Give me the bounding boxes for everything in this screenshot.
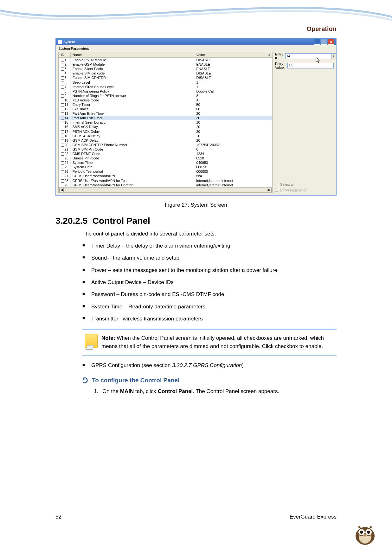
col-value[interactable]: Value ▲ <box>194 52 272 58</box>
row-name: Enable SIM pin code <box>70 71 194 75</box>
table-row[interactable]: 19GSM ACK Delay20 <box>59 138 272 143</box>
row-checkbox[interactable] <box>61 130 64 133</box>
row-checkbox[interactable] <box>61 72 64 75</box>
show-description-checkbox[interactable]: Show Description <box>275 188 334 192</box>
close-button[interactable]: × <box>328 39 334 45</box>
row-checkbox[interactable] <box>61 126 64 129</box>
row-checkbox[interactable] <box>61 121 64 124</box>
row-checkbox[interactable] <box>61 166 64 169</box>
table-row[interactable]: 6Beep Level1 <box>59 80 272 84</box>
row-checkbox[interactable] <box>61 103 64 106</box>
row-checkbox[interactable] <box>61 99 64 102</box>
row-value: 60 <box>194 107 272 111</box>
table-row[interactable]: 20GSM SIM CENTER Phone Number+9725412003… <box>59 143 272 147</box>
table-row[interactable]: 29GPRS User/Password/APN for Comfortinte… <box>59 183 272 187</box>
row-value: DISABLE <box>194 58 272 62</box>
col-name[interactable]: Name <box>70 52 194 58</box>
row-name: SMS ACK Delay <box>70 125 194 129</box>
window-titlebar[interactable]: System – □ × <box>56 38 336 45</box>
row-name: GSM SIM CENTER Phone Number <box>70 143 194 147</box>
row-checkbox[interactable] <box>61 68 64 71</box>
row-value: internet,internet,internet <box>194 178 272 183</box>
entry-id-combo[interactable] <box>285 53 331 59</box>
row-checkbox[interactable] <box>61 81 64 84</box>
row-name: System Date <box>70 165 194 169</box>
row-checkbox[interactable] <box>61 184 64 187</box>
table-row[interactable]: 14Part Arm Exit Timer30 <box>59 116 272 120</box>
row-checkbox[interactable] <box>61 90 64 93</box>
table-row[interactable]: 5Enable SIM CENTERDISABLE <box>59 75 272 80</box>
table-row[interactable]: 16SMS ACK Delay20 <box>59 125 272 129</box>
row-checkbox[interactable] <box>61 179 64 183</box>
table-row[interactable]: 18GPRS ACK Delay20 <box>59 134 272 138</box>
row-checkbox[interactable] <box>61 76 64 80</box>
svg-point-4 <box>360 531 363 534</box>
row-checkbox[interactable] <box>61 63 64 66</box>
scroll-right-icon[interactable]: ▶ <box>267 188 272 192</box>
table-row[interactable]: 4Enable SIM pin codeDISABLE <box>59 71 272 75</box>
row-checkbox[interactable] <box>61 94 64 98</box>
row-value: +97254120032 <box>194 143 272 147</box>
table-row[interactable]: 2Enable GSM ModuleENABLE <box>59 62 272 67</box>
row-checkbox[interactable] <box>61 117 64 120</box>
table-row[interactable]: 25System Date080731 <box>59 165 272 169</box>
row-checkbox[interactable] <box>61 161 64 165</box>
row-name: PSTN ACK Delay <box>70 129 194 134</box>
row-checkbox[interactable] <box>61 170 64 173</box>
table-row[interactable]: 27GPRS User/Password/APNN/A <box>59 174 272 178</box>
svg-point-5 <box>367 531 370 534</box>
table-row[interactable]: 10X10 House CodeA <box>59 98 272 102</box>
table-row[interactable]: 17PSTN ACK Delay20 <box>59 129 272 134</box>
row-checkbox[interactable] <box>61 157 64 160</box>
horizontal-scrollbar[interactable]: ◀ ▶ <box>59 187 272 192</box>
table-row[interactable]: 26Periodic Test period000000 <box>59 169 272 174</box>
select-all-checkbox[interactable]: Select all <box>275 183 334 186</box>
row-checkbox[interactable] <box>61 59 64 62</box>
row-value: ENABLE <box>194 62 272 67</box>
row-checkbox[interactable] <box>61 148 64 151</box>
maximize-button[interactable]: □ <box>321 39 327 45</box>
row-checkbox[interactable] <box>61 108 64 111</box>
row-checkbox[interactable] <box>61 139 64 142</box>
row-value: 080731 <box>194 165 272 169</box>
table-row[interactable]: 23Duress Pin-Code8520 <box>59 156 272 160</box>
table-row[interactable]: 3Enable Silent PanicENABLE <box>59 67 272 71</box>
table-row[interactable]: 22CMS DTMF Code1234 <box>59 152 272 156</box>
minimize-button[interactable]: – <box>314 39 320 45</box>
table-row[interactable]: 7Internal Siren Sound Level1 <box>59 85 272 89</box>
row-checkbox[interactable] <box>61 86 64 89</box>
col-id[interactable]: ID <box>59 52 71 58</box>
row-value: 20 <box>194 125 272 129</box>
row-checkbox[interactable] <box>61 152 64 156</box>
list-item: Active Output Device – Device IDs <box>82 278 337 287</box>
table-row[interactable]: 8PSTN Answering PolicyDouble Call <box>59 89 272 94</box>
table-row[interactable]: 1Enable PSTN ModuleDISABLE <box>59 58 272 62</box>
row-name: GPRS User/Password/APN <box>70 174 194 178</box>
table-row[interactable]: 28GPRS User/Password/APN for Testinterne… <box>59 178 272 183</box>
row-value: 1 <box>194 85 272 89</box>
table-row[interactable]: 11Entry Timer50 <box>59 102 272 107</box>
row-value: 1 <box>194 80 272 84</box>
entry-value-input[interactable] <box>287 63 334 68</box>
table-row[interactable]: 9Number of Rings for PSTN answer8 <box>59 94 272 98</box>
row-value: 50 <box>194 102 272 107</box>
row-value: A <box>194 98 272 102</box>
gprs-bullet-list: GPRS Configuration (see section 3.20.2.7… <box>82 361 337 370</box>
row-checkbox[interactable] <box>61 175 64 178</box>
table-row[interactable]: 15Internal Siren Duration10 <box>59 120 272 125</box>
scroll-up-icon[interactable]: ▲ <box>268 53 271 56</box>
table-row[interactable]: 13Part Arm Entry Timer20 <box>59 111 272 116</box>
scroll-left-icon[interactable]: ◀ <box>59 188 64 192</box>
table-row[interactable]: 24System Time040953 <box>59 160 272 165</box>
row-name: GPRS User/Password/APN for Test <box>70 178 194 183</box>
dropdown-icon[interactable]: ▼ <box>331 53 337 59</box>
table-row[interactable]: 12Exit Timer60 <box>59 107 272 111</box>
list-item: Transmitter –wireless transmission param… <box>82 315 337 323</box>
row-name: Enable SIM CENTER <box>70 75 194 80</box>
row-name: GPRS User/Password/APN for Comfort <box>70 183 194 187</box>
table-row[interactable]: 21GSM SIM Pin-Code0 <box>59 147 272 152</box>
row-checkbox[interactable] <box>61 112 64 115</box>
row-checkbox[interactable] <box>61 135 64 138</box>
row-checkbox[interactable] <box>61 144 64 147</box>
owl-logo <box>351 520 379 545</box>
